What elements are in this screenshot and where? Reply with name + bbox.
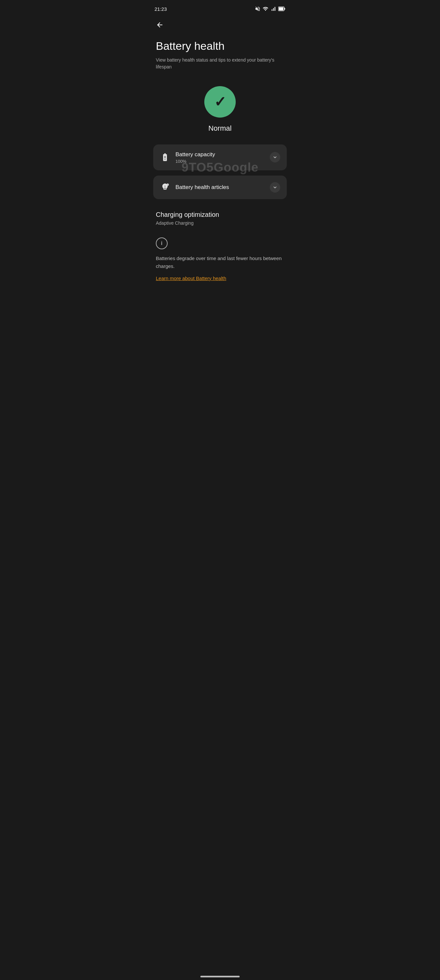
- mute-icon: [255, 6, 261, 12]
- learn-more-link[interactable]: Learn more about Battery health: [156, 275, 226, 281]
- back-button[interactable]: [147, 16, 293, 33]
- cards-section: Battery capacity 100% + Battery health a…: [147, 142, 293, 202]
- battery-capacity-card[interactable]: Battery capacity 100%: [153, 145, 287, 170]
- info-section: i Batteries degrade over time and last f…: [147, 231, 293, 292]
- svg-rect-2: [284, 8, 286, 10]
- back-arrow-icon[interactable]: [154, 20, 165, 30]
- card-text-articles: Battery health articles: [175, 184, 229, 191]
- battery-articles-title: Battery health articles: [175, 184, 229, 191]
- battery-capacity-chevron[interactable]: [270, 152, 280, 162]
- status-bar: 21:23: [147, 0, 293, 16]
- info-icon-label: i: [161, 241, 162, 246]
- card-left: Battery capacity 100%: [160, 151, 215, 164]
- page-header: Battery health View battery health statu…: [147, 33, 293, 76]
- battery-capacity-icon: [160, 152, 170, 162]
- charging-optimization-title: Charging optimization: [156, 211, 284, 218]
- svg-rect-1: [279, 8, 284, 11]
- battery-capacity-title: Battery capacity: [175, 151, 215, 158]
- ai-bulb-icon: +: [160, 182, 170, 192]
- battery-articles-chevron[interactable]: [270, 182, 280, 192]
- status-circle: ✓: [204, 86, 236, 118]
- charging-optimization-subtitle: Adaptive Charging: [156, 220, 284, 226]
- battery-capacity-subtitle: 100%: [175, 159, 215, 164]
- signal-icon: [270, 6, 276, 12]
- wifi-icon: [262, 6, 268, 12]
- status-icons: [255, 6, 286, 12]
- status-section: ✓ Normal: [147, 76, 293, 142]
- card-left-articles: + Battery health articles: [160, 182, 229, 192]
- info-description: Batteries degrade over time and last few…: [156, 255, 284, 270]
- charging-optimization-section: Charging optimization Adaptive Charging: [147, 202, 293, 231]
- battery-icon: [278, 6, 286, 11]
- info-icon: i: [156, 237, 168, 249]
- status-label: Normal: [208, 124, 232, 133]
- checkmark-icon: ✓: [214, 95, 226, 109]
- page-title: Battery health: [156, 39, 284, 53]
- status-time: 21:23: [154, 6, 167, 12]
- card-text: Battery capacity 100%: [175, 151, 215, 164]
- battery-health-articles-card[interactable]: + Battery health articles: [153, 175, 287, 199]
- page-subtitle: View battery health status and tips to e…: [156, 57, 284, 70]
